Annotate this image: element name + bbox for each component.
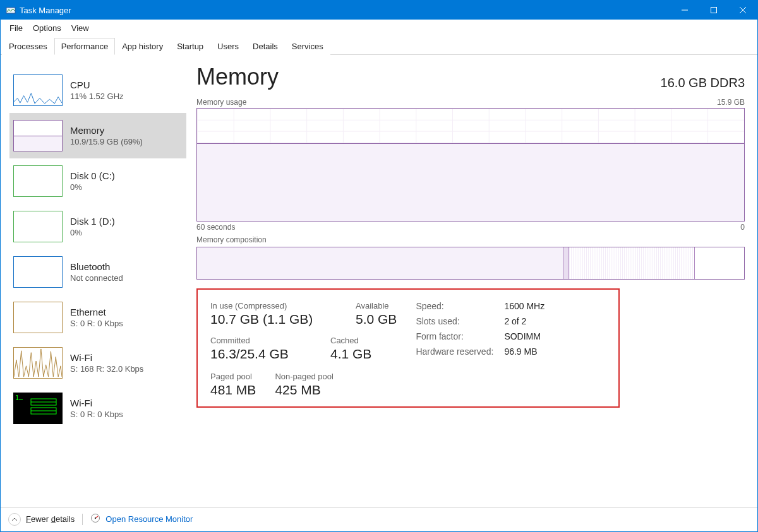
sidebar-sub: 0% [70, 182, 115, 192]
committed-value: 16.3/25.4 GB [210, 346, 311, 362]
cpu-thumbnail [13, 74, 63, 106]
sidebar-sub: S: 0 R: 0 Kbps [70, 410, 123, 419]
menu-view[interactable]: View [66, 21, 94, 35]
window-title: Task Manager [20, 6, 670, 15]
chart-label-left: Memory usage [196, 98, 246, 107]
tab-users[interactable]: Users [210, 38, 246, 55]
chart-axis-left: 60 seconds [196, 223, 235, 232]
sidebar-label: Wi-Fi [70, 398, 123, 408]
minimize-button[interactable] [670, 1, 699, 20]
divider [82, 514, 83, 525]
comp-seg-standby [569, 247, 695, 279]
tab-details[interactable]: Details [246, 38, 285, 55]
tab-strip: Processes Performance App history Startu… [1, 37, 757, 55]
menu-bar: File Options View [1, 20, 757, 37]
sidebar-label: Disk 0 (C:) [70, 170, 115, 181]
svg-rect-3 [711, 8, 717, 13]
sidebar-item-bluetooth[interactable]: Bluetooth Not connected [9, 249, 186, 295]
memory-metrics-box: In use (Compressed) 10.7 GB (1.1 GB) Ava… [196, 288, 620, 408]
disk-thumbnail [13, 165, 63, 197]
memory-capacity: 16.0 GB DDR3 [661, 76, 745, 90]
svg-point-13 [95, 517, 96, 519]
sidebar-sub: 10.9/15.9 GB (69%) [70, 137, 143, 146]
bluetooth-thumbnail [13, 256, 63, 288]
form-label: Form factor: [416, 331, 504, 341]
wifi-thumbnail-2: 1… [13, 393, 63, 424]
chevron-up-icon[interactable] [8, 513, 21, 526]
sidebar-label: CPU [70, 80, 124, 90]
chart-label-right: 15.9 GB [717, 98, 745, 107]
comp-seg-inuse [197, 247, 563, 279]
menu-file[interactable]: File [4, 21, 28, 35]
ethernet-thumbnail [13, 302, 63, 333]
memory-thumbnail [13, 120, 63, 151]
in-use-value: 10.7 GB (1.1 GB) [210, 312, 337, 327]
window-controls [670, 1, 757, 20]
cached-value: 4.1 GB [330, 346, 371, 362]
paged-value: 481 MB [210, 382, 256, 398]
open-resource-monitor-link[interactable]: Open Resource Monitor [105, 514, 193, 524]
tab-startup[interactable]: Startup [170, 38, 210, 55]
sidebar-item-wifi[interactable]: Wi-Fi S: 168 R: 32.0 Kbps [9, 340, 186, 386]
app-icon [6, 5, 16, 15]
in-use-label: In use (Compressed) [210, 301, 337, 310]
sidebar-item-ethernet[interactable]: Ethernet S: 0 R: 0 Kbps [9, 295, 186, 340]
form-value: SODIMM [504, 331, 606, 341]
sidebar-label: Ethernet [70, 307, 123, 317]
sidebar-item-memory[interactable]: Memory 10.9/15.9 GB (69%) [9, 113, 186, 158]
sidebar-label: Bluetooth [70, 261, 123, 272]
slots-value: 2 of 2 [504, 316, 606, 326]
nonpaged-label: Non-paged pool [275, 372, 334, 381]
cached-label: Cached [330, 336, 371, 345]
sidebar-label: Wi-Fi [70, 352, 143, 363]
sidebar-sub: 11% 1.52 GHz [70, 92, 124, 101]
wifi-thumbnail [13, 347, 63, 379]
available-value: 5.0 GB [356, 312, 397, 327]
memory-usage-chart [196, 108, 745, 222]
memory-composition-chart [196, 247, 745, 280]
close-button[interactable] [728, 1, 757, 20]
tab-app-history[interactable]: App history [115, 38, 170, 55]
tab-performance[interactable]: Performance [54, 38, 115, 55]
tab-processes[interactable]: Processes [2, 38, 54, 55]
sidebar-item-disk0[interactable]: Disk 0 (C:) 0% [9, 158, 186, 204]
disk-thumbnail [13, 211, 63, 242]
fewer-details-link[interactable]: FFewer detailsewer details [26, 514, 75, 524]
performance-sidebar: CPU 11% 1.52 GHz Memory 10.9/15.9 GB (69… [1, 55, 186, 507]
window-titlebar: Task Manager [1, 1, 757, 20]
sidebar-item-wifi-2[interactable]: 1… Wi-Fi S: 0 R: 0 Kbps [9, 386, 186, 431]
resource-monitor-icon [90, 513, 100, 525]
composition-label: Memory composition [196, 235, 267, 244]
speed-value: 1600 MHz [504, 301, 606, 311]
paged-label: Paged pool [210, 372, 256, 381]
speed-label: Speed: [416, 301, 504, 311]
page-title: Memory [196, 64, 279, 90]
sidebar-sub: Not connected [70, 273, 123, 283]
detail-panel: Memory 16.0 GB DDR3 Memory usage 15.9 GB… [186, 55, 757, 507]
reserved-label: Hardware reserved: [416, 346, 504, 357]
slots-label: Slots used: [416, 316, 504, 326]
footer-bar: FFewer detailsewer details Open Resource… [1, 507, 757, 530]
available-label: Available [356, 301, 397, 310]
menu-options[interactable]: Options [28, 21, 66, 35]
sidebar-item-cpu[interactable]: CPU 11% 1.52 GHz [9, 68, 186, 113]
nonpaged-value: 425 MB [275, 382, 334, 398]
svg-text:1…: 1… [15, 394, 23, 401]
committed-label: Committed [210, 336, 311, 345]
maximize-button[interactable] [699, 1, 728, 20]
comp-seg-free [695, 247, 744, 279]
sidebar-item-disk1[interactable]: Disk 1 (D:) 0% [9, 204, 186, 249]
reserved-value: 96.9 MB [504, 346, 606, 357]
sidebar-sub: 0% [70, 228, 115, 237]
sidebar-sub: S: 0 R: 0 Kbps [70, 319, 123, 328]
sidebar-label: Memory [70, 125, 143, 136]
sidebar-sub: S: 168 R: 32.0 Kbps [70, 364, 143, 374]
tab-services[interactable]: Services [285, 38, 330, 55]
comp-seg-modified [563, 247, 569, 279]
sidebar-label: Disk 1 (D:) [70, 216, 115, 227]
chart-axis-right: 0 [740, 223, 745, 232]
